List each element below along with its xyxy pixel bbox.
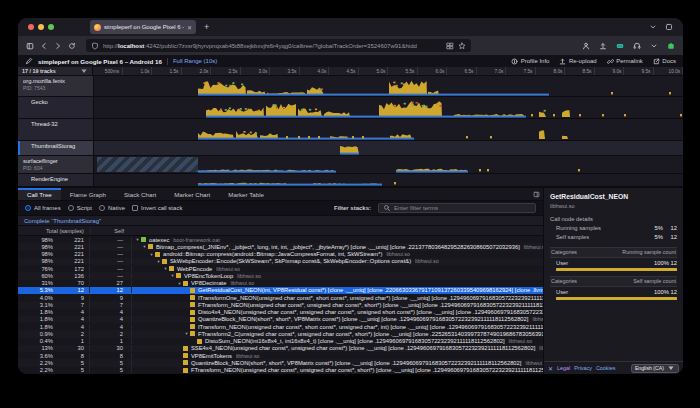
- call-tree-row[interactable]: 98%221—▼android::Bitmap::compress(androi…: [18, 251, 543, 258]
- tab-overview-icon[interactable]: [665, 23, 673, 31]
- new-tab-button[interactable]: +: [204, 22, 209, 32]
- track-renderengine[interactable]: RenderEngine: [18, 174, 683, 187]
- call-tree-row[interactable]: 76%172—▼WebPEncodelibhwui.so: [18, 265, 543, 272]
- footer-link-legal[interactable]: Legal: [557, 365, 570, 371]
- extensions-icon[interactable]: [667, 42, 675, 50]
- forward-button[interactable]: [54, 42, 62, 50]
- category-color-square: [162, 259, 167, 264]
- call-tree-row[interactable]: 0.9%22▼FTransform2_C(unsigned char const…: [18, 330, 543, 337]
- call-tree-row[interactable]: 5.3%1212GetResidualCost_NEON(int, VP8Res…: [18, 287, 543, 294]
- sidebar-collapse-icon[interactable]: [529, 188, 543, 200]
- close-sidebar-link[interactable]: ✕: [548, 365, 553, 372]
- filter-input[interactable]: Enter filter terms: [378, 203, 536, 213]
- footer-link-cookies[interactable]: Cookies: [596, 365, 615, 371]
- profile-info-button[interactable]: Profile Info: [511, 58, 549, 65]
- url-bar[interactable]: http://localhost:4242/public/7zxsr9jhyrv…: [86, 39, 471, 52]
- browser-tab[interactable]: simpleperf on Google Pixel 6 – A ✕: [90, 20, 196, 34]
- call-tree-row[interactable]: 98%221—▼SkWebpEncoder::Encode(SkWStream*…: [18, 258, 543, 265]
- call-tree-row[interactable]: 98%221—▼Bitmap_compress(_JNIEnv*, _jobje…: [18, 243, 543, 250]
- tab-call-tree[interactable]: Call Tree: [18, 188, 61, 200]
- close-window-button[interactable]: [28, 24, 34, 30]
- track-label[interactable]: org.mozilla.fenixPID: 7543: [18, 76, 93, 96]
- breadcrumb[interactable]: Complete “ThumbnailStorag”: [24, 218, 101, 224]
- call-tree-row[interactable]: 98%221—▼oatexecboot-framework.oat: [18, 236, 543, 243]
- expand-arrow-icon[interactable]: ▼: [162, 266, 169, 271]
- radio-script[interactable]: Script: [68, 205, 92, 211]
- call-tree-row[interactable]: 1.8%44QuantizeBlock_NEON(short*, short*,…: [18, 316, 543, 323]
- call-tree-row[interactable]: 4.0%99ITransformOne_NEON(unsigned char c…: [18, 294, 543, 301]
- track-thread-32[interactable]: Thread-32: [18, 119, 683, 141]
- back-button[interactable]: [40, 42, 48, 50]
- full-range-link[interactable]: Full Range (10s): [173, 58, 217, 64]
- call-tree-row[interactable]: 0.4%11DistoSum_NEON(int16x8x4_t, int16x8…: [18, 338, 543, 345]
- invert-call-stack-checkbox[interactable]: Invert call stack: [132, 205, 182, 211]
- sidebar-toggle-icon[interactable]: [26, 42, 34, 50]
- total-percent: 0.9%: [18, 331, 56, 337]
- shield-icon[interactable]: [91, 42, 99, 50]
- bookmark-star-icon[interactable]: [458, 42, 466, 50]
- call-tree-row[interactable]: 1.8%44ITransform_NEON(unsigned char cons…: [18, 323, 543, 330]
- footer-link-privacy[interactable]: Privacy: [574, 365, 592, 371]
- call-tree-row[interactable]: 31%7027▼VP8Decimatelibhwui.so: [18, 280, 543, 287]
- radio-native[interactable]: Native: [99, 205, 125, 211]
- tab-stack-chart[interactable]: Stack Chart: [115, 188, 165, 200]
- expand-arrow-icon[interactable]: ▼: [141, 244, 148, 249]
- re-upload-button[interactable]: Re-upload: [559, 58, 596, 65]
- radio-icon[interactable]: [25, 205, 31, 211]
- docs-button[interactable]: Docs: [653, 58, 676, 65]
- expand-arrow-icon[interactable]: ▼: [169, 273, 176, 278]
- track-org-mozilla-fenix[interactable]: org.mozilla.fenixPID: 7543: [18, 76, 683, 97]
- expand-arrow-icon[interactable]: ▼: [134, 237, 141, 242]
- checkbox-icon[interactable]: [132, 205, 138, 211]
- headset-extension-icon[interactable]: [633, 42, 641, 50]
- call-tree-row[interactable]: 13%3030SSE4x4_NEON(unsigned char const*,…: [18, 345, 543, 352]
- track-activity-graph[interactable]: [93, 119, 683, 140]
- radio-icon[interactable]: [68, 205, 74, 211]
- track-activity-graph[interactable]: [93, 97, 683, 118]
- track-label[interactable]: Gecko: [18, 97, 93, 118]
- track-activity-graph[interactable]: [93, 141, 683, 155]
- function-name: VP8EncTokenLoop: [184, 273, 233, 279]
- language-select[interactable]: English (CA): [631, 364, 679, 373]
- expand-arrow-icon[interactable]: ▼: [155, 259, 162, 264]
- expand-arrow-icon[interactable]: ▼: [176, 281, 183, 286]
- radio-icon[interactable]: [99, 205, 105, 211]
- container-extension-icon[interactable]: [616, 42, 624, 50]
- maximize-window-button[interactable]: [48, 24, 54, 30]
- call-tree-row[interactable]: 3.6%88VP8EmitTokenslibhwui.so: [18, 352, 543, 359]
- call-tree-row[interactable]: 60%136—▼VP8EncTokenLooplibhwui.so: [18, 272, 543, 279]
- expand-arrow-icon[interactable]: ▼: [148, 252, 155, 257]
- reload-button[interactable]: [68, 42, 76, 50]
- window-controls[interactable]: [28, 24, 54, 30]
- tab-marker-table[interactable]: Marker Table: [219, 188, 273, 200]
- radio-all-frames[interactable]: All frames: [25, 205, 61, 211]
- track-thumbnailstorag[interactable]: ThumbnailStorag: [18, 141, 683, 156]
- track-label[interactable]: surfaceflingerPID: 604: [18, 156, 93, 173]
- call-tree-row[interactable]: 2.2%55QuantizeBlock_NEON(short*, short*,…: [18, 359, 543, 366]
- tab-close-icon[interactable]: ✕: [187, 24, 192, 31]
- account-icon[interactable]: [582, 42, 590, 50]
- track-activity-graph[interactable]: [93, 174, 683, 186]
- call-tree-row[interactable]: 1.8%44Disto4x4_NEON(unsigned char const*…: [18, 309, 543, 316]
- call-tree-row[interactable]: 2.2%55FTransform_NEON(unsigned char cons…: [18, 367, 543, 374]
- track-label[interactable]: RenderEngine: [18, 174, 93, 186]
- track-gecko[interactable]: Gecko: [18, 97, 683, 119]
- tab-flame-graph[interactable]: Flame Graph: [61, 188, 115, 200]
- tab-dropdown-icon[interactable]: [649, 23, 657, 31]
- tab-marker-chart[interactable]: Marker Chart: [165, 188, 219, 200]
- reader-grid-icon[interactable]: [446, 42, 454, 50]
- track-activity-graph[interactable]: [93, 76, 683, 96]
- extension-chevron-icon[interactable]: [650, 42, 658, 50]
- tracks-dropdown[interactable]: 17 / 19 tracks: [18, 67, 93, 75]
- call-tree-row[interactable]: 3.1%77FTransform_NEON(unsigned char cons…: [18, 301, 543, 308]
- minimize-window-button[interactable]: [38, 24, 44, 30]
- permalink-button[interactable]: Permalink: [607, 58, 643, 65]
- track-label[interactable]: Thread-32: [18, 119, 93, 140]
- track-label[interactable]: ThumbnailStorag: [18, 141, 93, 155]
- track-activity-graph[interactable]: [93, 156, 683, 173]
- expand-arrow-icon[interactable]: ▼: [183, 331, 190, 336]
- track-surfaceflinger[interactable]: surfaceflingerPID: 604: [18, 156, 683, 174]
- share-icon[interactable]: [599, 42, 607, 50]
- edit-name-icon[interactable]: [25, 57, 33, 65]
- tracks-dropdown-icon[interactable]: [80, 67, 88, 75]
